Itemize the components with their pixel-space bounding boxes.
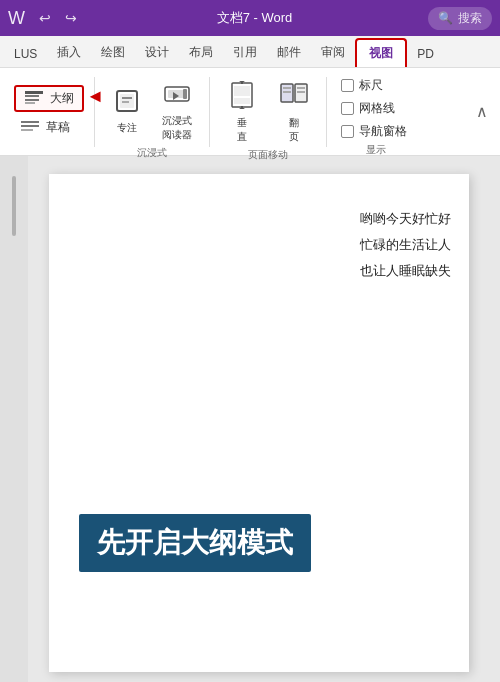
doc-text-line-2: 忙碌的生活让人 <box>360 232 451 258</box>
svg-rect-24 <box>283 87 291 89</box>
flip-label: 翻页 <box>289 116 299 144</box>
gridlines-checkbox[interactable]: 网格线 <box>341 101 411 116</box>
title-bar: W ↩ ↪ 文档7 - Word 🔍 搜索 <box>0 0 500 36</box>
view-modes-group: 大纲 草稿 ◄ <box>8 72 90 151</box>
doc-left-panel <box>0 156 28 682</box>
nav-pane-checkbox-box <box>341 125 354 138</box>
svg-rect-2 <box>25 99 39 101</box>
tab-review[interactable]: 审阅 <box>311 38 355 67</box>
svg-rect-27 <box>297 91 305 93</box>
ruler-checkbox-box <box>341 79 354 92</box>
draft-icon <box>20 119 40 135</box>
tab-view[interactable]: 视图 <box>355 38 407 67</box>
svg-rect-0 <box>25 91 43 94</box>
doc-text-line-1: 哟哟今天好忙好 <box>360 206 451 232</box>
svg-rect-4 <box>21 121 39 123</box>
focus-button[interactable]: 专注 <box>103 83 151 139</box>
svg-rect-1 <box>25 95 39 97</box>
word-logo-icon: W <box>8 8 25 29</box>
divider-2 <box>209 77 210 147</box>
outline-label: 大纲 <box>50 90 74 107</box>
flip-icon <box>279 80 309 114</box>
scroll-indicator <box>12 176 16 236</box>
arrow-indicator: ◄ <box>86 86 104 107</box>
svg-rect-26 <box>297 87 305 89</box>
tab-layout[interactable]: 布局 <box>179 38 223 67</box>
divider-3 <box>326 77 327 147</box>
focus-icon <box>113 87 141 119</box>
search-bar[interactable]: 🔍 搜索 <box>428 7 492 30</box>
search-label: 搜索 <box>458 10 482 27</box>
display-group-label: 显示 <box>341 143 411 157</box>
flip-page-button[interactable]: 翻页 <box>270 76 318 148</box>
redo-icon[interactable]: ↪ <box>61 8 81 28</box>
svg-rect-5 <box>21 125 39 127</box>
outline-mode-button[interactable]: 大纲 <box>14 85 84 112</box>
vertical-label: 垂直 <box>237 116 247 144</box>
page-wrapper: 哟哟今天好忙好 忙碌的生活让人 也让人睡眠缺失 先开启大纲模式 <box>28 156 500 682</box>
gridlines-checkbox-box <box>341 102 354 115</box>
ruler-label: 标尺 <box>359 78 383 93</box>
ribbon-collapse-btn[interactable]: ∧ <box>472 72 492 151</box>
tab-insert[interactable]: 插入 <box>47 38 91 67</box>
tab-references[interactable]: 引用 <box>223 38 267 67</box>
svg-rect-16 <box>234 86 250 96</box>
tab-pd[interactable]: PD <box>407 41 444 67</box>
vertical-icon <box>227 80 257 114</box>
outline-icon <box>24 90 44 106</box>
focus-label: 专注 <box>117 121 137 135</box>
svg-rect-9 <box>122 97 132 99</box>
ribbon-panel: 大纲 草稿 ◄ <box>0 68 500 156</box>
page-move-group: 垂直 翻页 页面移动 <box>214 72 322 151</box>
nav-pane-label: 导航窗格 <box>359 124 407 139</box>
svg-rect-14 <box>183 89 187 99</box>
immersive-group: 专注 沉浸式阅读器 沉浸式 <box>99 72 205 151</box>
tab-lus[interactable]: LUS <box>4 41 47 67</box>
immersive-reader-icon <box>163 80 191 112</box>
display-group: 标尺 网格线 导航窗格 显示 <box>331 72 421 151</box>
tab-design[interactable]: 设计 <box>135 38 179 67</box>
page-move-buttons: 垂直 翻页 <box>218 76 318 148</box>
highlight-annotation-box: 先开启大纲模式 <box>79 514 311 572</box>
tab-mailings[interactable]: 邮件 <box>267 38 311 67</box>
svg-rect-6 <box>21 129 33 131</box>
svg-rect-10 <box>122 101 129 103</box>
undo-icon[interactable]: ↩ <box>35 8 55 28</box>
document-page[interactable]: 哟哟今天好忙好 忙碌的生活让人 也让人睡眠缺失 先开启大纲模式 <box>49 174 469 672</box>
checkbox-list: 标尺 网格线 导航窗格 <box>341 78 411 139</box>
title-bar-quick-access: W ↩ ↪ <box>8 8 81 29</box>
chevron-icon: ∧ <box>476 102 488 121</box>
doc-text-line-3: 也让人睡眠缺失 <box>360 258 451 284</box>
svg-rect-17 <box>234 98 250 104</box>
draft-mode-button[interactable]: 草稿 <box>14 116 84 139</box>
document-area: 哟哟今天好忙好 忙碌的生活让人 也让人睡眠缺失 先开启大纲模式 <box>0 156 500 682</box>
nav-pane-checkbox[interactable]: 导航窗格 <box>341 124 411 139</box>
ribbon-tab-bar: LUS 插入 绘图 设计 布局 引用 邮件 审阅 视图 PD <box>0 36 500 68</box>
vertical-scroll-button[interactable]: 垂直 <box>218 76 266 148</box>
document-title: 文档7 - Word <box>81 9 428 27</box>
doc-text-block: 哟哟今天好忙好 忙碌的生活让人 也让人睡眠缺失 <box>360 206 451 284</box>
gridlines-label: 网格线 <box>359 101 395 116</box>
immersive-buttons: 专注 沉浸式阅读器 <box>103 76 201 146</box>
tab-draw[interactable]: 绘图 <box>91 38 135 67</box>
svg-rect-25 <box>283 91 291 93</box>
svg-rect-3 <box>25 102 35 104</box>
immersive-reader-button[interactable]: 沉浸式阅读器 <box>153 76 201 146</box>
ruler-checkbox[interactable]: 标尺 <box>341 78 411 93</box>
immersive-reader-label: 沉浸式阅读器 <box>162 114 192 142</box>
draft-label: 草稿 <box>46 119 70 136</box>
search-icon: 🔍 <box>438 11 453 25</box>
